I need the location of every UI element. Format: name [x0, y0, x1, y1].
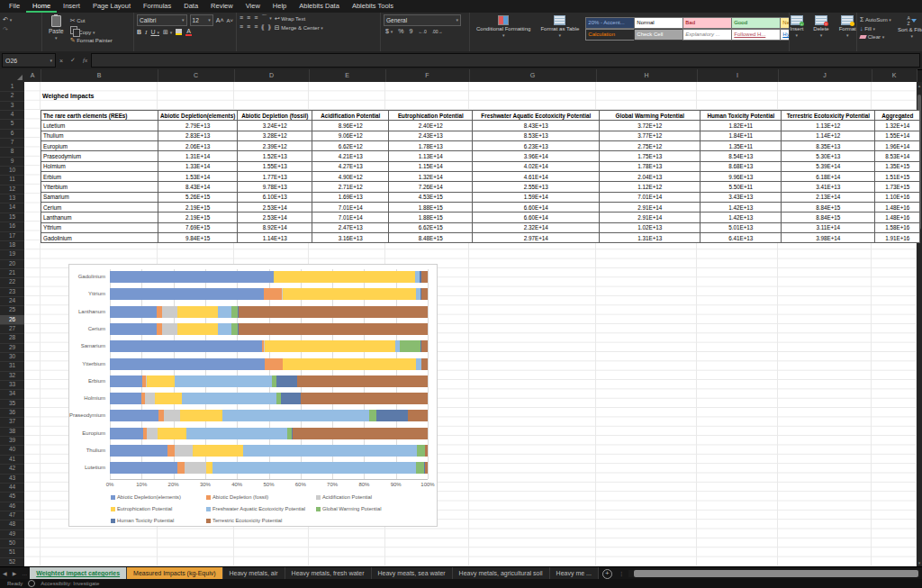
chart-segment-abiotic-depletion-elements[interactable] — [110, 323, 157, 335]
chart-segment-acidification-potential[interactable] — [185, 462, 206, 474]
chart-segment-eutrophication-potential[interactable] — [193, 445, 242, 457]
table-cell[interactable]: 9.78E+13 — [238, 182, 312, 192]
table-cell[interactable]: 1.32E+14 — [389, 172, 473, 182]
merge-center-button[interactable]: ⊟ Merge & Center ▾ — [275, 24, 323, 32]
chart-segment-acidification-potential[interactable] — [162, 306, 177, 318]
column-header-c[interactable]: C — [158, 69, 235, 82]
table-cell[interactable]: Holmium — [41, 161, 158, 171]
table-cell[interactable]: 1.96E+14 — [875, 141, 920, 151]
chart-segment-abiotic-depletion-elements[interactable] — [110, 271, 274, 283]
style-chip-check-cell[interactable]: Check Cell — [634, 29, 686, 41]
table-cell[interactable]: Gadolinium — [41, 233, 158, 243]
menu-tab-review[interactable]: Review — [204, 0, 240, 13]
comma-style-icon[interactable]: 9 — [410, 28, 413, 35]
insert-cells-button[interactable]: + Insert▾ — [790, 14, 807, 39]
chart-bar-holmium[interactable] — [110, 393, 428, 404]
table-cell[interactable]: 2.97E+14 — [473, 233, 600, 243]
table-cell[interactable]: 2.79E+13 — [158, 121, 238, 131]
chart-segment-terrestric-ecotoxicity-potential[interactable] — [239, 306, 428, 318]
chart-segment-terrestric-ecotoxicity-potential[interactable] — [239, 323, 428, 335]
chart-legend-item-acidification-potential[interactable]: Acidification Potential — [316, 494, 372, 500]
chart-segment-terrestric-ecotoxicity-potential[interactable] — [421, 340, 428, 352]
column-header-b[interactable]: B — [41, 69, 158, 82]
table-cell[interactable]: Erbium — [41, 172, 158, 182]
column-header-d[interactable]: D — [234, 69, 310, 82]
table-cell[interactable]: 3.24E+12 — [238, 121, 312, 131]
table-cell[interactable]: 1.02E+13 — [600, 222, 701, 232]
chart-segment-eutrophication-potential[interactable] — [177, 323, 218, 335]
table-cell[interactable]: 6.23E+13 — [473, 141, 600, 151]
chart-segment-eutrophication-potential[interactable] — [147, 375, 175, 387]
table-cell[interactable]: 1.35E+11 — [701, 141, 782, 151]
font-color-icon[interactable]: A — [185, 28, 192, 36]
chart-bar-gadolinium[interactable] — [110, 271, 428, 283]
chart-segment-abiotic-depletion-fossil[interactable] — [264, 288, 282, 300]
chart-segment-terrestric-ecotoxicity-potential[interactable] — [421, 288, 428, 300]
chart-segment-eutrophication-potential[interactable] — [158, 428, 186, 439]
delete-cells-button[interactable]: × Delete▾ — [809, 14, 832, 39]
chart-segment-freshwater-aquatic-ecotoxicity-potential[interactable] — [243, 445, 418, 457]
horizontal-scrollbar[interactable] — [628, 570, 920, 577]
weighed-impacts-table[interactable]: The rare earth elements (REEs)Abiotic De… — [41, 110, 920, 243]
sheet-tab-heavy-meats-sea-water[interactable]: Heavy meats, sea water — [372, 567, 453, 580]
chart-segment-abiotic-depletion-elements[interactable] — [110, 393, 141, 404]
style-chip-explanatory[interactable]: Explanatory ... — [682, 29, 735, 41]
table-cell[interactable]: 4.02E+14 — [473, 161, 600, 171]
style-chip-normal[interactable]: Normal — [634, 17, 686, 29]
chart-segment-eutrophication-potential[interactable] — [180, 410, 222, 421]
chart-segment-abiotic-depletion-fossil[interactable] — [167, 445, 174, 457]
table-cell[interactable]: 2.47E+13 — [312, 222, 389, 232]
table-cell[interactable]: 8.53E+14 — [875, 151, 920, 161]
table-cell[interactable]: 1.75E+13 — [600, 151, 701, 161]
table-cell[interactable]: 2.13E+14 — [782, 192, 875, 202]
table-cell[interactable]: 2.91E+14 — [600, 203, 701, 213]
table-header-abiotic-depletion-elements[interactable]: Abiotic Depletion(elements) — [158, 111, 238, 121]
decrease-decimal-icon[interactable]: .00→ — [432, 28, 443, 35]
table-cell[interactable]: 8.35E+13 — [782, 141, 875, 151]
impact-chart[interactable]: 0%10%20%30%40%50%60%70%80%90%100%Gadolin… — [68, 264, 438, 527]
chart-segment-global-warming-potential[interactable] — [231, 306, 238, 318]
style-chip-hyperlink[interactable]: Hyperlink — [780, 29, 790, 41]
table-cell[interactable]: 6.18E+14 — [782, 172, 875, 182]
chart-segment-abiotic-depletion-elements[interactable] — [110, 428, 143, 439]
sheet-tab-weighted-impact-categories[interactable]: Weighted impact categories — [30, 567, 127, 580]
cut-button[interactable]: ✂ Cut — [70, 17, 113, 24]
style-chip-20-accent[interactable]: 20% - Accent... — [585, 17, 637, 29]
chart-segment-freshwater-aquatic-ecotoxicity-potential[interactable] — [175, 375, 272, 387]
table-cell[interactable]: 4.61E+14 — [473, 172, 600, 182]
style-chip-calculation[interactable]: Calculation — [585, 29, 637, 41]
table-cell[interactable]: 5.50E+11 — [701, 182, 782, 192]
shrink-font-icon[interactable]: A˅ — [226, 17, 233, 24]
table-cell[interactable]: 6.62E+15 — [389, 222, 473, 232]
sheet-nav-next-icon[interactable]: ▶ — [10, 567, 20, 580]
chart-segment-terrestric-ecotoxicity-potential[interactable] — [408, 410, 428, 421]
table-cell[interactable]: 1.59E+14 — [473, 192, 600, 202]
formula-enter-icon[interactable]: ✓ — [67, 57, 79, 64]
font-size-select[interactable]: 12▾ — [190, 14, 213, 26]
table-cell[interactable]: 1.88E+15 — [389, 203, 473, 213]
table-cell[interactable]: 2.53E+14 — [238, 213, 312, 222]
table-cell[interactable]: 7.26E+14 — [389, 182, 473, 192]
underline-button[interactable]: U ▾ — [150, 29, 159, 36]
chart-segment-freshwater-aquatic-ecotoxicity-potential[interactable] — [222, 410, 370, 421]
table-cell[interactable]: 1.78E+13 — [600, 161, 701, 171]
table-cell[interactable]: Cerium — [41, 203, 158, 213]
menu-tab-formulas[interactable]: Formulas — [137, 0, 177, 13]
chart-legend-item-global-warming-potential[interactable]: Global Warming Potential — [316, 506, 382, 511]
sort-filter-button[interactable]: AZ Sort & Filter▾ — [894, 14, 922, 40]
chart-segment-eutrophication-potential[interactable] — [265, 340, 396, 352]
align-middle-icon[interactable]: ≡ — [247, 14, 250, 22]
table-header-freshwater-aquatic-ecotoxicity-potential[interactable]: Freshwater Aquatic Ecotoxicity Potential — [473, 111, 600, 121]
table-cell[interactable]: 7.69E+15 — [158, 222, 238, 232]
chart-bar-yttrium[interactable] — [110, 288, 428, 300]
sheet-nav-prev-icon[interactable]: ◀ — [0, 567, 10, 580]
table-cell[interactable]: 2.04E+13 — [600, 172, 701, 182]
scroll-down-icon[interactable]: ▾ — [917, 560, 922, 565]
table-cell[interactable]: 2.32E+14 — [473, 222, 600, 232]
table-cell[interactable]: 2.55E+13 — [473, 182, 600, 192]
table-cell[interactable]: 1.91E+16 — [875, 233, 920, 243]
sheet-tab-measured-impacts-kg-equiv[interactable]: Measured Impacts (kg-Equiv) — [127, 567, 222, 580]
align-top-icon[interactable]: ≡ — [240, 14, 243, 22]
table-cell[interactable]: 2.75E+12 — [600, 141, 701, 151]
select-all-corner[interactable] — [0, 69, 25, 83]
